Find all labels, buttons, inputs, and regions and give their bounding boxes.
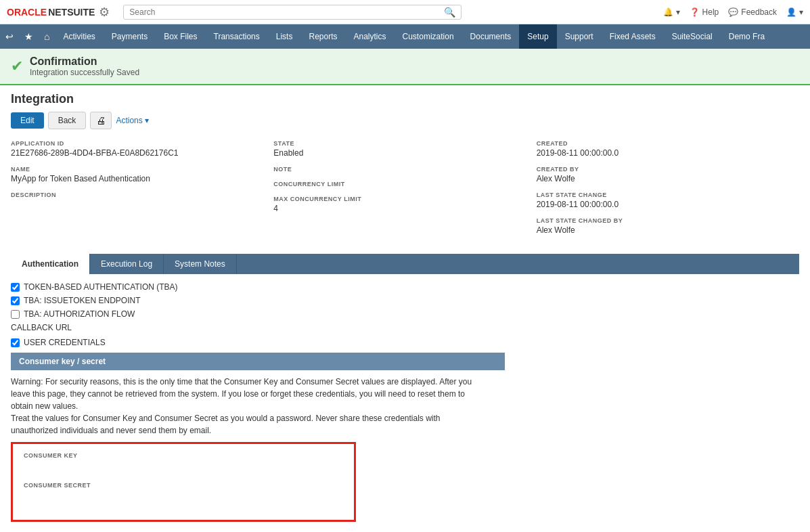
feedback-item[interactable]: 💬 Feedback — [728, 7, 777, 17]
page-title: Integration — [11, 92, 799, 106]
consumer-key-field: CONSUMER KEY — [24, 452, 343, 471]
tab-system-notes[interactable]: System Notes — [164, 254, 237, 274]
note-label: NOTE — [273, 166, 522, 173]
bell-icon: 🔔 — [663, 7, 673, 17]
tab-authentication[interactable]: Authentication — [11, 254, 90, 274]
max-concurrency-field: MAX CONCURRENCY LIMIT 4 — [273, 196, 522, 213]
tba-issuetoken-checkbox[interactable] — [11, 296, 20, 305]
netsuite-logo: NETSUITE — [48, 7, 95, 18]
consumer-key-header: Consumer key / secret — [11, 353, 505, 370]
chat-icon: 💬 — [728, 7, 738, 17]
created-by-value: Alex Wolfe — [537, 174, 786, 183]
nav-support[interactable]: Support — [557, 24, 602, 49]
name-label: NAME — [11, 166, 260, 173]
nav-setup[interactable]: Setup — [519, 24, 556, 49]
state-label: STATE — [273, 140, 522, 147]
last-state-change-field: LAST STATE CHANGE 2019-08-11 00:00:00.0 — [537, 192, 786, 209]
tba-authflow-label: TBA: AUTHORIZATION FLOW — [24, 309, 135, 319]
detail-col-3: CREATED 2019-08-11 00:00:00.0 CREATED BY… — [537, 140, 799, 243]
description-label: DESCRIPTION — [11, 192, 260, 198]
callback-url-label: CALLBACK URL — [11, 323, 72, 332]
user-credentials-checkbox[interactable] — [11, 338, 20, 347]
state-value: Enabled — [273, 148, 522, 158]
confirmation-title: Confirmation — [30, 56, 139, 68]
back-button[interactable]: Back — [48, 112, 87, 129]
top-actions: 🔔 ▾ ❓ Help 💬 Feedback 👤 ▾ — [663, 7, 803, 17]
nav-customization[interactable]: Customization — [395, 24, 462, 49]
notifications-chevron: ▾ — [676, 7, 680, 17]
tba-checkbox[interactable] — [11, 283, 20, 292]
check-icon: ✔ — [11, 58, 23, 75]
help-item[interactable]: ❓ Help — [690, 7, 719, 17]
print-button[interactable]: 🖨 — [90, 112, 112, 129]
application-id-field: APPLICATION ID 21E27686-289B-4DD4-BFBA-E… — [11, 140, 260, 158]
top-bar: ORACLE NETSUITE ⚙ 🔍 🔔 ▾ ❓ Help 💬 Feedbac… — [0, 0, 810, 24]
last-state-changed-by-field: LAST STATE CHANGED BY Alex Wolfe — [537, 217, 786, 235]
nav-favorites-icon[interactable]: ★ — [19, 24, 39, 49]
nav-transactions[interactable]: Transactions — [206, 24, 268, 49]
edit-button[interactable]: Edit — [11, 112, 44, 129]
tba-label: TOKEN-BASED AUTHENTICATION (TBA) — [24, 282, 178, 292]
last-state-changed-by-value: Alex Wolfe — [537, 225, 786, 235]
description-field: DESCRIPTION — [11, 192, 260, 198]
logo-area: ORACLE NETSUITE ⚙ — [7, 5, 110, 20]
help-icon: ❓ — [690, 7, 700, 17]
confirmation-banner: ✔ Confirmation Integration successfully … — [0, 49, 810, 85]
nav-documents[interactable]: Documents — [462, 24, 520, 49]
search-button[interactable]: 🔍 — [444, 7, 455, 18]
search-input[interactable] — [129, 7, 444, 17]
tab-execution-log[interactable]: Execution Log — [90, 254, 164, 274]
detail-col-1: APPLICATION ID 21E27686-289B-4DD4-BFBA-E… — [11, 140, 273, 243]
oracle-logo: ORACLE — [7, 7, 47, 18]
warning-text: Warning: For security reasons, this is t… — [11, 376, 485, 437]
nav-fixed-assets[interactable]: Fixed Assets — [602, 24, 664, 49]
actions-button[interactable]: Actions ▾ — [116, 116, 149, 125]
nav-demo-fra[interactable]: Demo Fra — [721, 24, 773, 49]
name-value: MyApp for Token Based Authentication — [11, 174, 260, 183]
created-value: 2019-08-11 00:00:00.0 — [537, 148, 786, 158]
logo-icon: ⚙ — [99, 5, 110, 20]
notifications-item[interactable]: 🔔 ▾ — [663, 7, 680, 17]
application-id-label: APPLICATION ID — [11, 140, 260, 147]
consumer-key-label: CONSUMER KEY — [24, 452, 343, 459]
nav-analytics[interactable]: Analytics — [346, 24, 395, 49]
concurrency-limit-field: CONCURRENCY LIMIT — [273, 181, 522, 187]
user-icon: 👤 — [786, 7, 796, 17]
user-chevron: ▾ — [799, 7, 803, 17]
last-state-change-label: LAST STATE CHANGE — [537, 192, 786, 198]
nav-bar: ↩ ★ ⌂ Activities Payments Box Files Tran… — [0, 24, 810, 49]
max-concurrency-label: MAX CONCURRENCY LIMIT — [273, 196, 522, 202]
consumer-key-value — [24, 462, 343, 471]
nav-lists[interactable]: Lists — [268, 24, 301, 49]
confirmation-subtitle: Integration successfully Saved — [30, 68, 139, 77]
nav-home-icon[interactable]: ⌂ — [39, 24, 55, 49]
confirmation-text: Confirmation Integration successfully Sa… — [30, 56, 139, 77]
last-state-changed-by-label: LAST STATE CHANGED BY — [537, 217, 786, 224]
user-menu[interactable]: 👤 ▾ — [786, 7, 803, 17]
nav-suite-social[interactable]: SuiteSocial — [664, 24, 721, 49]
concurrency-limit-label: CONCURRENCY LIMIT — [273, 181, 522, 187]
nav-history-icon[interactable]: ↩ — [0, 24, 19, 49]
tba-authflow-checkbox[interactable] — [11, 310, 20, 319]
details-grid: APPLICATION ID 21E27686-289B-4DD4-BFBA-E… — [11, 140, 799, 243]
nav-activities[interactable]: Activities — [55, 24, 103, 49]
tabs-bar: Authentication Execution Log System Note… — [11, 254, 799, 274]
state-field: STATE Enabled — [273, 140, 522, 158]
credentials-box: CONSUMER KEY CONSUMER SECRET — [11, 442, 356, 522]
user-credentials-label: USER CREDENTIALS — [24, 338, 106, 347]
page-content: Integration Edit Back 🖨 Actions ▾ APPLIC… — [0, 85, 810, 532]
nav-reports[interactable]: Reports — [300, 24, 345, 49]
tba-authflow-row: TBA: AUTHORIZATION FLOW — [11, 309, 799, 319]
detail-col-2: STATE Enabled NOTE CONCURRENCY LIMIT MAX… — [273, 140, 536, 243]
created-label: CREATED — [537, 140, 786, 147]
nav-box-files[interactable]: Box Files — [156, 24, 205, 49]
application-id-value: 21E27686-289B-4DD4-BFBA-E0A8D62176C1 — [11, 148, 260, 158]
name-field: NAME MyApp for Token Based Authenticatio… — [11, 166, 260, 183]
consumer-secret-label: CONSUMER SECRET — [24, 482, 343, 489]
nav-payments[interactable]: Payments — [104, 24, 156, 49]
tba-issuetoken-label: TBA: ISSUETOKEN ENDPOINT — [24, 296, 140, 305]
tba-issuetoken-row: TBA: ISSUETOKEN ENDPOINT — [11, 296, 799, 305]
consumer-secret-value — [24, 491, 343, 501]
created-by-field: CREATED BY Alex Wolfe — [537, 166, 786, 183]
max-concurrency-value: 4 — [273, 204, 522, 213]
